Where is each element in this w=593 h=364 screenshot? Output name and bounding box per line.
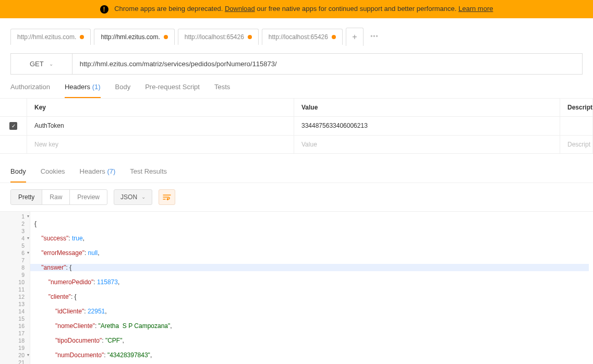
view-preview[interactable]: Preview	[70, 190, 107, 204]
chevron-down-icon: ⌄	[49, 61, 53, 67]
unsaved-dot-icon	[248, 35, 252, 39]
unsaved-dot-icon	[164, 35, 168, 39]
col-key: Key	[27, 99, 294, 116]
header-row-new: New key Value Descript	[0, 136, 593, 154]
url-bar: GET ⌄ http://hml.ezitus.com/matriz/servi…	[10, 53, 583, 75]
http-method-select[interactable]: GET ⌄	[11, 54, 72, 74]
chevron-down-icon: ⌄	[141, 194, 146, 200]
tab-response-headers[interactable]: Headers (7)	[80, 167, 116, 183]
warning-icon: !	[100, 5, 108, 14]
view-pretty[interactable]: Pretty	[11, 190, 42, 204]
tab-response-body[interactable]: Body	[10, 167, 26, 183]
response-view-controls: Pretty Raw Preview JSON ⌄	[0, 183, 593, 211]
header-desc-input[interactable]: Descript	[560, 136, 593, 153]
request-tabs-bar: http://hml.ezitus.com. http://hml.ezitus…	[0, 18, 593, 46]
request-tab[interactable]: http://localhost:65426	[178, 29, 259, 45]
url-input[interactable]: http://hml.ezitus.com/matriz/services/pe…	[72, 54, 582, 74]
request-tab[interactable]: http://hml.ezitus.com.	[94, 29, 174, 45]
learn-more-link[interactable]: Learn more	[458, 5, 493, 13]
tab-headers[interactable]: Headers (1)	[65, 83, 101, 98]
code-content: { "success": true, "errorMessage": null,…	[30, 212, 593, 364]
response-section-tabs: Body Cookies Headers (7) Test Results	[0, 159, 593, 183]
line-gutter: 1 2 3 4 5 6 7 8 9 10 11 12 13 14 15 16 1…	[0, 212, 30, 364]
request-tab[interactable]: http://localhost:65426	[262, 29, 343, 45]
add-tab-button[interactable]: +	[346, 28, 364, 46]
tab-response-cookies[interactable]: Cookies	[41, 167, 65, 183]
header-value-input[interactable]: Value	[294, 136, 560, 153]
header-desc-input[interactable]	[560, 117, 593, 135]
header-key-input[interactable]: AuthToken	[27, 117, 294, 135]
view-raw[interactable]: Raw	[42, 190, 70, 204]
download-link[interactable]: Download	[225, 5, 255, 13]
tab-authorization[interactable]: Authorization	[10, 83, 50, 98]
tab-response-tests[interactable]: Test Results	[130, 167, 167, 183]
more-tabs-button[interactable]: •••	[367, 29, 382, 44]
format-select[interactable]: JSON ⌄	[114, 189, 152, 205]
unsaved-dot-icon	[80, 35, 84, 39]
unsaved-dot-icon	[332, 35, 336, 39]
banner-text: Chrome apps are being deprecated.	[114, 5, 225, 13]
headers-table: Key Value Descriptio ✓ AuthToken 3344875…	[0, 99, 593, 154]
col-description: Descriptio	[560, 99, 593, 116]
header-row: ✓ AuthToken 3344875633406006213	[0, 117, 593, 136]
header-value-input[interactable]: 3344875633406006213	[294, 117, 560, 135]
request-section-tabs: Authorization Headers (1) Body Pre-reque…	[0, 75, 593, 99]
tab-body[interactable]: Body	[115, 83, 131, 98]
header-enabled-checkbox[interactable]: ✓	[9, 122, 17, 130]
request-tab[interactable]: http://hml.ezitus.com.	[10, 29, 91, 45]
wrap-lines-button[interactable]	[159, 189, 175, 205]
tab-prerequest[interactable]: Pre-request Script	[145, 83, 200, 98]
wrap-icon	[163, 194, 171, 200]
tab-tests[interactable]: Tests	[214, 83, 230, 98]
col-value: Value	[294, 99, 560, 116]
view-mode-segmented: Pretty Raw Preview	[10, 189, 107, 205]
deprecation-banner: ! Chrome apps are being deprecated. Down…	[0, 0, 593, 18]
header-key-input[interactable]: New key	[27, 136, 294, 153]
response-body-editor[interactable]: 1 2 3 4 5 6 7 8 9 10 11 12 13 14 15 16 1…	[0, 211, 593, 364]
